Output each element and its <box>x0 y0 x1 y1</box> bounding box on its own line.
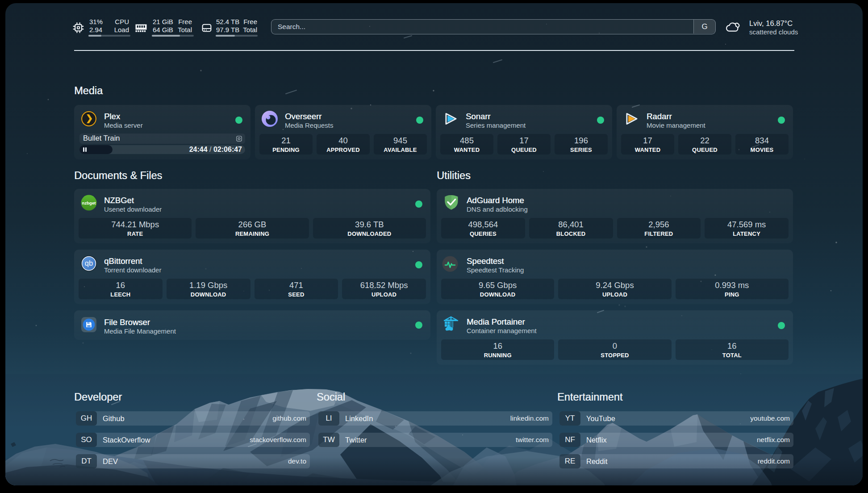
svg-text:nzbget: nzbget <box>82 201 96 205</box>
svg-text:qb: qb <box>85 259 93 267</box>
